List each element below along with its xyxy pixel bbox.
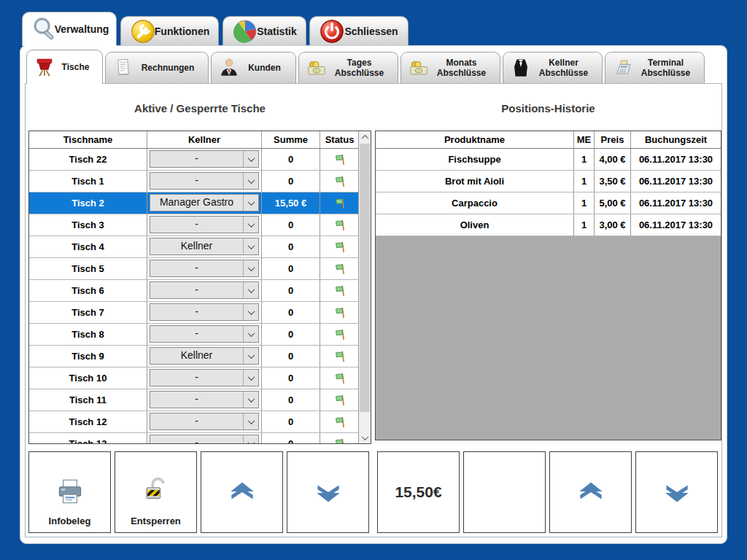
infobeleg-button[interactable]: Infobeleg xyxy=(28,451,111,533)
status-cell xyxy=(320,236,359,257)
tab-rechnungen[interactable]: Rechnungen xyxy=(105,52,209,83)
chevron-down-icon xyxy=(243,435,258,444)
me-cell: 1 xyxy=(574,171,595,192)
tab-statistik[interactable]: Statistik xyxy=(222,16,306,45)
status-cell xyxy=(320,258,359,279)
kellner-select[interactable]: - xyxy=(150,281,259,299)
tab-funktionen[interactable]: Funktionen xyxy=(120,16,219,45)
table-row[interactable]: Tisch 6 - 0 xyxy=(29,280,359,302)
table-row[interactable]: Tisch 8 - 0 xyxy=(29,324,359,346)
kellner-cell: - xyxy=(147,258,262,279)
history-row[interactable]: Brot mit Aioli 1 3,50 € 06.11.2017 13:30 xyxy=(376,171,721,192)
col-kellner: Kellner xyxy=(147,131,262,148)
col-status: Status xyxy=(320,131,359,148)
content-pane: Aktive / Gesperrte Tische Positions-Hist… xyxy=(25,83,722,537)
status-cell xyxy=(320,324,359,345)
chevron-down-icon xyxy=(243,217,258,233)
wrench-icon xyxy=(130,18,156,44)
entsperren-button[interactable]: Entsperren xyxy=(115,451,197,533)
scroll-down-icon[interactable] xyxy=(359,432,371,443)
tab-verwaltung[interactable]: Verwaltung xyxy=(22,12,117,46)
table-name-cell: Tisch 7 xyxy=(29,302,147,323)
tab-monats-abschluesse[interactable]: MonatsAbschlüsse xyxy=(400,52,500,83)
history-row[interactable]: Fischsuppe 1 4,00 € 06.11.2017 13:30 xyxy=(376,149,721,171)
table-name-cell: Tisch 13 xyxy=(29,433,147,444)
amount-button[interactable]: 15,50€ xyxy=(377,451,460,533)
right-section-title: Positions-Historie xyxy=(375,101,721,116)
history-scroll-down-button[interactable] xyxy=(635,451,718,533)
tables-scroll-up-button[interactable] xyxy=(201,451,283,533)
summe-cell: 0 xyxy=(262,368,320,389)
col-tischname: Tischname xyxy=(29,131,147,148)
kellner-select[interactable]: - xyxy=(150,303,259,321)
scrollbar-thumb[interactable] xyxy=(360,144,370,412)
status-flag-icon xyxy=(333,240,347,254)
table-row[interactable]: Tisch 22 - 0 xyxy=(29,149,359,171)
tab-terminal-abschluesse[interactable]: TerminalAbschlüsse xyxy=(605,52,705,83)
kellner-cell: - xyxy=(147,324,262,345)
tab-kunden[interactable]: Kunden xyxy=(211,52,296,83)
preis-cell: 3,50 € xyxy=(595,171,631,192)
kellner-select[interactable]: - xyxy=(150,325,259,343)
table-row[interactable]: Tisch 2 Manager Gastro 15,50 € xyxy=(29,192,359,214)
table-row[interactable]: Tisch 5 - 0 xyxy=(29,258,359,280)
table-row[interactable]: Tisch 4 Kellner 0 xyxy=(29,236,359,258)
kellner-select[interactable]: - xyxy=(150,369,259,386)
kellner-select[interactable]: Kellner xyxy=(150,347,259,365)
history-scroll-up-button[interactable] xyxy=(549,451,632,533)
chevron-down-icon xyxy=(243,392,258,408)
kellner-select[interactable]: - xyxy=(150,150,259,168)
status-flag-icon xyxy=(333,415,347,429)
history-row[interactable]: Oliven 1 3,00 € 06.11.2017 13:30 xyxy=(376,214,721,236)
table-row[interactable]: Tisch 1 - 0 xyxy=(29,171,359,192)
tab-tische[interactable]: Tische xyxy=(26,50,103,84)
chevron-down-icon xyxy=(243,238,258,254)
produkt-cell: Carpaccio xyxy=(376,192,574,214)
tables-scroll-down-button[interactable] xyxy=(287,451,369,533)
summe-cell: 0 xyxy=(262,389,320,411)
table-row[interactable]: Tisch 10 - 0 xyxy=(29,368,359,389)
kellner-select[interactable]: - xyxy=(150,216,259,233)
table-name-cell: Tisch 9 xyxy=(29,346,147,367)
kellner-select[interactable]: Manager Gastro xyxy=(150,194,259,211)
cash-icon xyxy=(408,57,430,79)
table-name-cell: Tisch 10 xyxy=(29,368,147,389)
table-name-cell: Tisch 1 xyxy=(29,171,147,192)
tab-kellner-abschluesse[interactable]: KellnerAbschlüsse xyxy=(503,52,603,83)
kellner-select[interactable]: - xyxy=(150,413,259,430)
table-row[interactable]: Tisch 11 - 0 xyxy=(29,389,359,411)
kellner-cell: - xyxy=(147,149,262,170)
printer-icon xyxy=(53,475,87,509)
status-cell xyxy=(320,171,359,192)
kellner-select[interactable]: - xyxy=(150,435,259,444)
status-cell xyxy=(320,149,359,170)
kellner-cell: - xyxy=(147,368,262,389)
kellner-select[interactable]: - xyxy=(150,391,259,408)
tab-schliessen[interactable]: Schliessen xyxy=(309,16,409,45)
app-window: Tische Rechnungen Kunden TagesAbschlüsse… xyxy=(20,45,727,544)
table-row[interactable]: Tisch 13 - 0 xyxy=(29,433,359,444)
kellner-cell: - xyxy=(147,171,262,192)
empty-button[interactable] xyxy=(463,451,546,533)
chevron-down-icon xyxy=(243,151,258,167)
table-row[interactable]: Tisch 12 - 0 xyxy=(29,411,359,433)
status-cell xyxy=(320,433,359,444)
kellner-cell: - xyxy=(147,214,262,236)
kellner-select[interactable]: - xyxy=(150,172,259,190)
table-row[interactable]: Tisch 3 - 0 xyxy=(29,214,359,236)
button-label: Infobeleg xyxy=(29,516,110,526)
table-row[interactable]: Tisch 7 - 0 xyxy=(29,302,359,324)
status-flag-icon xyxy=(333,437,347,444)
receipt-icon xyxy=(112,57,134,79)
scroll-up-icon[interactable] xyxy=(359,131,371,143)
table-row[interactable]: Tisch 9 Kellner 0 xyxy=(29,346,359,368)
scrollbar[interactable] xyxy=(358,131,371,443)
me-cell: 1 xyxy=(574,214,595,236)
tab-tages-abschluesse[interactable]: TagesAbschlüsse xyxy=(298,52,398,83)
position-history-table: Produktname ME Preis Buchungszeit Fischs… xyxy=(375,131,721,440)
person-icon xyxy=(218,57,240,79)
kellner-select[interactable]: Kellner xyxy=(150,238,259,255)
kellner-select[interactable]: - xyxy=(150,260,259,277)
zeit-cell: 06.11.2017 13:30 xyxy=(631,171,721,192)
history-row[interactable]: Carpaccio 1 5,00 € 06.11.2017 13:30 xyxy=(376,192,721,214)
